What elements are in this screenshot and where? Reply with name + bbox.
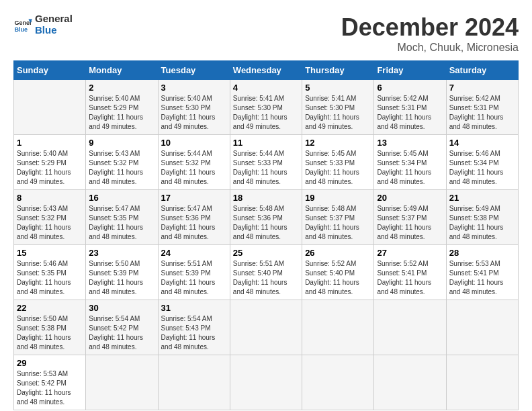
header-thursday: Thursday (302, 61, 374, 80)
calendar-day-cell (158, 355, 230, 410)
calendar-day-cell: 12Sunrise: 5:45 AM Sunset: 5:33 PM Dayli… (302, 135, 374, 190)
calendar-week-row: 22Sunrise: 5:50 AM Sunset: 5:38 PM Dayli… (14, 300, 519, 355)
day-info: Sunrise: 5:52 AM Sunset: 5:41 PM Dayligh… (377, 259, 443, 297)
calendar-day-cell: 16Sunrise: 5:47 AM Sunset: 5:35 PM Dayli… (86, 190, 158, 245)
calendar-day-cell: 31Sunrise: 5:54 AM Sunset: 5:43 PM Dayli… (158, 300, 230, 355)
day-info: Sunrise: 5:43 AM Sunset: 5:32 PM Dayligh… (17, 204, 83, 242)
calendar-day-cell: 3Sunrise: 5:40 AM Sunset: 5:30 PM Daylig… (158, 80, 230, 135)
day-number: 5 (305, 83, 371, 93)
day-number: 9 (89, 138, 154, 148)
day-info: Sunrise: 5:42 AM Sunset: 5:31 PM Dayligh… (449, 94, 515, 132)
calendar-week-row: 2Sunrise: 5:40 AM Sunset: 5:29 PM Daylig… (14, 80, 519, 135)
calendar-day-cell: 11Sunrise: 5:44 AM Sunset: 5:33 PM Dayli… (230, 135, 302, 190)
day-number: 18 (233, 193, 299, 203)
day-number: 1 (17, 138, 83, 148)
day-info: Sunrise: 5:47 AM Sunset: 5:36 PM Dayligh… (161, 204, 227, 242)
calendar-day-cell (374, 355, 446, 410)
svg-text:Blue: Blue (14, 26, 28, 32)
calendar-day-cell: 17Sunrise: 5:47 AM Sunset: 5:36 PM Dayli… (158, 190, 230, 245)
calendar-day-cell: 1Sunrise: 5:40 AM Sunset: 5:29 PM Daylig… (14, 135, 86, 190)
calendar-day-cell: 9Sunrise: 5:43 AM Sunset: 5:32 PM Daylig… (86, 135, 158, 190)
calendar-day-cell (446, 300, 518, 355)
day-number: 3 (161, 83, 227, 93)
day-number: 22 (17, 303, 83, 313)
day-number: 13 (377, 138, 443, 148)
day-number: 20 (377, 193, 443, 203)
calendar-day-cell (230, 355, 302, 410)
day-number: 26 (305, 248, 371, 258)
calendar-day-cell: 27Sunrise: 5:52 AM Sunset: 5:41 PM Dayli… (374, 245, 446, 300)
calendar-day-cell: 18Sunrise: 5:48 AM Sunset: 5:36 PM Dayli… (230, 190, 302, 245)
logo: General Blue General Blue (13, 13, 73, 36)
day-number: 8 (17, 193, 83, 203)
calendar-day-cell: 15Sunrise: 5:46 AM Sunset: 5:35 PM Dayli… (14, 245, 86, 300)
day-number: 7 (449, 83, 515, 93)
day-number: 14 (449, 138, 515, 148)
calendar-day-cell (14, 80, 86, 135)
calendar-day-cell: 4Sunrise: 5:41 AM Sunset: 5:30 PM Daylig… (230, 80, 302, 135)
header-saturday: Saturday (446, 61, 518, 80)
day-info: Sunrise: 5:41 AM Sunset: 5:30 PM Dayligh… (233, 94, 299, 132)
calendar-day-cell (374, 300, 446, 355)
day-info: Sunrise: 5:50 AM Sunset: 5:39 PM Dayligh… (89, 259, 154, 297)
header-wednesday: Wednesday (230, 61, 302, 80)
day-info: Sunrise: 5:45 AM Sunset: 5:34 PM Dayligh… (377, 149, 443, 187)
day-info: Sunrise: 5:52 AM Sunset: 5:40 PM Dayligh… (305, 259, 371, 297)
logo-blue: Blue (35, 25, 73, 36)
calendar-day-cell: 6Sunrise: 5:42 AM Sunset: 5:31 PM Daylig… (374, 80, 446, 135)
calendar-day-cell: 28Sunrise: 5:53 AM Sunset: 5:41 PM Dayli… (446, 245, 518, 300)
day-info: Sunrise: 5:53 AM Sunset: 5:42 PM Dayligh… (17, 369, 83, 407)
page-header: General Blue General Blue December 2024 … (13, 13, 519, 54)
calendar-day-cell (302, 355, 374, 410)
header-tuesday: Tuesday (158, 61, 230, 80)
day-number: 11 (233, 138, 299, 148)
location-subtitle: Moch, Chuuk, Micronesia (341, 42, 519, 54)
day-info: Sunrise: 5:44 AM Sunset: 5:33 PM Dayligh… (233, 149, 299, 187)
calendar-week-row: 29Sunrise: 5:53 AM Sunset: 5:42 PM Dayli… (14, 355, 519, 410)
calendar-day-cell (86, 355, 158, 410)
day-info: Sunrise: 5:54 AM Sunset: 5:42 PM Dayligh… (89, 314, 154, 352)
day-number: 28 (449, 248, 515, 258)
header-sunday: Sunday (14, 61, 86, 80)
day-info: Sunrise: 5:51 AM Sunset: 5:40 PM Dayligh… (233, 259, 299, 297)
calendar-day-cell: 21Sunrise: 5:49 AM Sunset: 5:38 PM Dayli… (446, 190, 518, 245)
calendar-day-cell: 24Sunrise: 5:51 AM Sunset: 5:39 PM Dayli… (158, 245, 230, 300)
day-number: 4 (233, 83, 299, 93)
day-number: 30 (89, 303, 154, 313)
calendar-day-cell: 25Sunrise: 5:51 AM Sunset: 5:40 PM Dayli… (230, 245, 302, 300)
day-number: 27 (377, 248, 443, 258)
calendar-day-cell: 23Sunrise: 5:50 AM Sunset: 5:39 PM Dayli… (86, 245, 158, 300)
day-info: Sunrise: 5:50 AM Sunset: 5:38 PM Dayligh… (17, 314, 83, 352)
day-info: Sunrise: 5:40 AM Sunset: 5:29 PM Dayligh… (17, 149, 83, 187)
day-info: Sunrise: 5:49 AM Sunset: 5:38 PM Dayligh… (449, 204, 515, 242)
day-info: Sunrise: 5:49 AM Sunset: 5:37 PM Dayligh… (377, 204, 443, 242)
day-number: 2 (89, 83, 154, 93)
day-info: Sunrise: 5:48 AM Sunset: 5:36 PM Dayligh… (233, 204, 299, 242)
day-info: Sunrise: 5:44 AM Sunset: 5:32 PM Dayligh… (161, 149, 227, 187)
day-info: Sunrise: 5:46 AM Sunset: 5:35 PM Dayligh… (17, 259, 83, 297)
day-info: Sunrise: 5:45 AM Sunset: 5:33 PM Dayligh… (305, 149, 371, 187)
calendar-day-cell: 19Sunrise: 5:48 AM Sunset: 5:37 PM Dayli… (302, 190, 374, 245)
day-number: 29 (17, 358, 83, 368)
calendar-day-cell: 5Sunrise: 5:41 AM Sunset: 5:30 PM Daylig… (302, 80, 374, 135)
calendar-week-row: 1Sunrise: 5:40 AM Sunset: 5:29 PM Daylig… (14, 135, 519, 190)
day-info: Sunrise: 5:48 AM Sunset: 5:37 PM Dayligh… (305, 204, 371, 242)
day-number: 15 (17, 248, 83, 258)
calendar-day-cell: 22Sunrise: 5:50 AM Sunset: 5:38 PM Dayli… (14, 300, 86, 355)
day-info: Sunrise: 5:54 AM Sunset: 5:43 PM Dayligh… (161, 314, 227, 352)
day-number: 19 (305, 193, 371, 203)
calendar-header-row: SundayMondayTuesdayWednesdayThursdayFrid… (14, 61, 519, 80)
day-number: 21 (449, 193, 515, 203)
day-info: Sunrise: 5:40 AM Sunset: 5:29 PM Dayligh… (89, 94, 154, 132)
day-info: Sunrise: 5:43 AM Sunset: 5:32 PM Dayligh… (89, 149, 154, 187)
calendar-day-cell: 10Sunrise: 5:44 AM Sunset: 5:32 PM Dayli… (158, 135, 230, 190)
day-number: 23 (89, 248, 154, 258)
logo-icon: General Blue (13, 15, 32, 34)
calendar-day-cell: 29Sunrise: 5:53 AM Sunset: 5:42 PM Dayli… (14, 355, 86, 410)
day-info: Sunrise: 5:51 AM Sunset: 5:39 PM Dayligh… (161, 259, 227, 297)
header-friday: Friday (374, 61, 446, 80)
calendar-week-row: 8Sunrise: 5:43 AM Sunset: 5:32 PM Daylig… (14, 190, 519, 245)
day-info: Sunrise: 5:41 AM Sunset: 5:30 PM Dayligh… (305, 94, 371, 132)
calendar-day-cell (446, 355, 518, 410)
calendar-day-cell (230, 300, 302, 355)
